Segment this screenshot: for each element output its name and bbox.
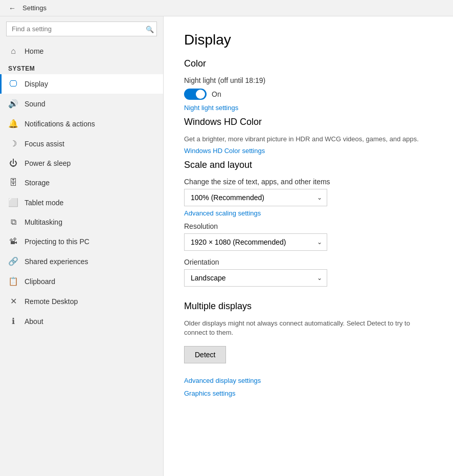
advanced-scaling-link[interactable]: Advanced scaling settings	[184, 209, 433, 217]
sidebar-item-remote[interactable]: ✕ Remote Desktop	[0, 291, 163, 311]
remote-icon: ✕	[8, 296, 18, 306]
home-icon: ⌂	[8, 47, 18, 56]
resolution-label: Resolution	[184, 222, 433, 230]
sidebar-item-label: Tablet mode	[25, 199, 63, 207]
page-title: Display	[184, 32, 433, 48]
scale-dropdown-wrapper: 100% (Recommended) 125% 150% 175% ⌄	[184, 189, 327, 206]
toggle-knob	[196, 90, 205, 99]
search-input[interactable]	[6, 21, 157, 36]
sidebar-item-label: Multitasking	[25, 218, 62, 226]
about-icon: ℹ	[8, 316, 18, 326]
graphics-settings-link[interactable]: Graphics settings	[184, 390, 433, 397]
focus-icon: ☽	[8, 139, 18, 148]
display-icon: 🖵	[8, 79, 18, 89]
sidebar-item-notifications[interactable]: 🔔 Notifications & actions	[0, 114, 163, 134]
sidebar-item-label: Clipboard	[25, 277, 55, 286]
storage-icon: 🗄	[8, 178, 18, 187]
scale-dropdown[interactable]: 100% (Recommended) 125% 150% 175%	[184, 189, 327, 206]
notifications-icon: 🔔	[8, 119, 18, 128]
orientation-dropdown-wrapper: Landscape Portrait Landscape (flipped) P…	[184, 269, 327, 287]
titlebar-title: Settings	[22, 4, 47, 12]
sidebar-item-label: Projecting to this PC	[25, 237, 89, 246]
change-size-label: Change the size of text, apps, and other…	[184, 178, 433, 186]
multitasking-icon: ⧉	[8, 218, 18, 227]
sidebar-item-power[interactable]: ⏻ Power & sleep	[0, 154, 163, 173]
hd-color-section-title: Windows HD Color	[184, 117, 433, 127]
sidebar-item-label: Remote Desktop	[25, 297, 78, 306]
sidebar-item-focus[interactable]: ☽ Focus assist	[0, 134, 163, 154]
tablet-icon: ⬜	[8, 198, 18, 207]
sidebar-item-about[interactable]: ℹ About	[0, 311, 163, 331]
sidebar: 🔍 ⌂ Home System 🖵 Display 🔊 Sound 🔔 Noti…	[0, 16, 164, 476]
hd-color-settings-link[interactable]: Windows HD Color settings	[184, 147, 433, 155]
sidebar-item-label: Storage	[25, 179, 50, 187]
titlebar: ← Settings	[0, 0, 453, 16]
night-light-toggle[interactable]	[184, 89, 207, 100]
sidebar-item-label: Display	[25, 80, 48, 88]
hd-color-description: Get a brighter, more vibrant picture in …	[184, 135, 433, 144]
back-button[interactable]: ←	[6, 2, 18, 14]
sidebar-item-label: About	[25, 317, 43, 326]
sidebar-item-display[interactable]: 🖵 Display	[0, 74, 163, 94]
resolution-dropdown[interactable]: 1920 × 1080 (Recommended) 1600 × 900 128…	[184, 233, 327, 251]
sidebar-item-shared[interactable]: 🔗 Shared experiences	[0, 251, 163, 271]
orientation-dropdown[interactable]: Landscape Portrait Landscape (flipped) P…	[184, 269, 327, 287]
power-icon: ⏻	[8, 159, 18, 168]
sidebar-item-storage[interactable]: 🗄 Storage	[0, 173, 163, 192]
sidebar-item-multitasking[interactable]: ⧉ Multitasking	[0, 212, 163, 232]
sidebar-item-label: Shared experiences	[25, 257, 88, 266]
search-icon: 🔍	[146, 25, 154, 33]
main-layout: 🔍 ⌂ Home System 🖵 Display 🔊 Sound 🔔 Noti…	[0, 16, 453, 476]
resolution-dropdown-wrapper: 1920 × 1080 (Recommended) 1600 × 900 128…	[184, 233, 327, 251]
sidebar-item-home[interactable]: ⌂ Home	[0, 41, 163, 61]
sidebar-item-label: Home	[25, 47, 43, 55]
advanced-display-settings-link[interactable]: Advanced display settings	[184, 377, 433, 384]
night-light-toggle-row: On	[184, 89, 433, 100]
sidebar-section-label: System	[0, 61, 163, 74]
color-section-title: Color	[184, 58, 433, 69]
toggle-label: On	[212, 90, 221, 98]
orientation-label: Orientation	[184, 258, 433, 266]
sidebar-item-label: Sound	[25, 100, 45, 108]
sidebar-item-label: Power & sleep	[25, 159, 71, 167]
sidebar-item-projecting[interactable]: 📽 Projecting to this PC	[0, 232, 163, 251]
sidebar-item-label: Notifications & actions	[25, 120, 95, 128]
sidebar-item-clipboard[interactable]: 📋 Clipboard	[0, 271, 163, 291]
clipboard-icon: 📋	[8, 276, 18, 286]
multiple-displays-title: Multiple displays	[184, 301, 433, 312]
detect-button[interactable]: Detect	[184, 346, 226, 363]
sound-icon: 🔊	[8, 99, 18, 109]
shared-icon: 🔗	[8, 256, 18, 266]
sidebar-item-label: Focus assist	[25, 140, 64, 148]
night-light-settings-link[interactable]: Night light settings	[184, 104, 433, 112]
content-area: Display Color Night light (off until 18:…	[164, 16, 453, 476]
sidebar-item-sound[interactable]: 🔊 Sound	[0, 94, 163, 114]
search-box: 🔍	[6, 21, 157, 36]
multiple-displays-description: Older displays might not always connect …	[184, 319, 433, 337]
sidebar-item-tablet[interactable]: ⬜ Tablet mode	[0, 192, 163, 212]
projecting-icon: 📽	[8, 237, 18, 246]
scale-section-title: Scale and layout	[184, 160, 433, 170]
night-light-status: Night light (off until 18:19)	[184, 76, 433, 84]
